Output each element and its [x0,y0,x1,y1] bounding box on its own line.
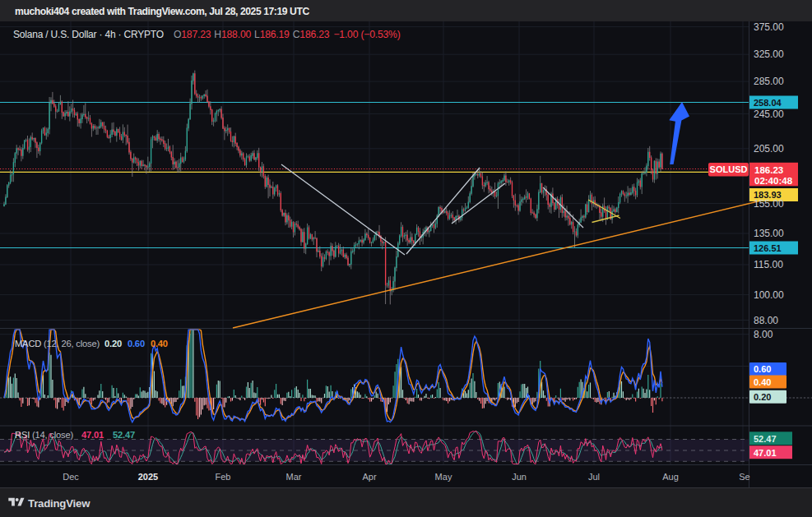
svg-text:52.47: 52.47 [754,434,777,444]
svg-text:Mar: Mar [286,472,302,482]
svg-text:muchoki404 created with Tradin: muchoki404 created with TradingView.com,… [15,6,309,17]
svg-text:TradingView: TradingView [28,497,90,510]
svg-text:Aug: Aug [662,472,679,482]
svg-text:205.00: 205.00 [754,143,784,155]
svg-text:Apr: Apr [362,472,376,482]
svg-text:88.00: 88.00 [754,315,778,326]
svg-text:SOLUSD: SOLUSD [710,164,748,174]
svg-text:186.23: 186.23 [754,165,783,175]
svg-text:Feb: Feb [216,472,231,482]
svg-text:47.01: 47.01 [754,448,777,458]
svg-text:O187.23H188.00L186.19C186.23−1: O187.23H188.00L186.19C186.23−1.00 (−0.53… [174,29,401,40]
svg-text:245.00: 245.00 [754,108,784,120]
svg-text:258.04: 258.04 [754,98,782,108]
svg-text:Solana / U.S. Dollar · 4h · CR: Solana / U.S. Dollar · 4h · CRYPTO [13,29,164,40]
svg-text:2025: 2025 [138,472,158,482]
svg-text:325.00: 325.00 [754,48,784,60]
svg-text:115.00: 115.00 [754,259,783,270]
svg-text:May: May [435,472,452,482]
svg-text:100.00: 100.00 [754,289,784,301]
svg-text:126.51: 126.51 [754,243,782,253]
svg-text:Jun: Jun [512,472,527,482]
svg-text:0.40: 0.40 [754,377,771,387]
svg-text:0.60: 0.60 [754,364,771,374]
svg-text:285.00: 285.00 [754,76,784,87]
svg-text:375.00: 375.00 [754,21,784,33]
svg-text:Dec: Dec [63,472,79,482]
svg-text:0.20: 0.20 [754,392,771,402]
svg-text:8.00: 8.00 [754,329,773,340]
svg-text:Jul: Jul [588,472,600,482]
svg-text:02:40:48: 02:40:48 [754,176,793,186]
svg-text:135.00: 135.00 [754,228,784,239]
svg-text:155.00: 155.00 [754,198,784,210]
svg-text:Se: Se [739,472,749,482]
